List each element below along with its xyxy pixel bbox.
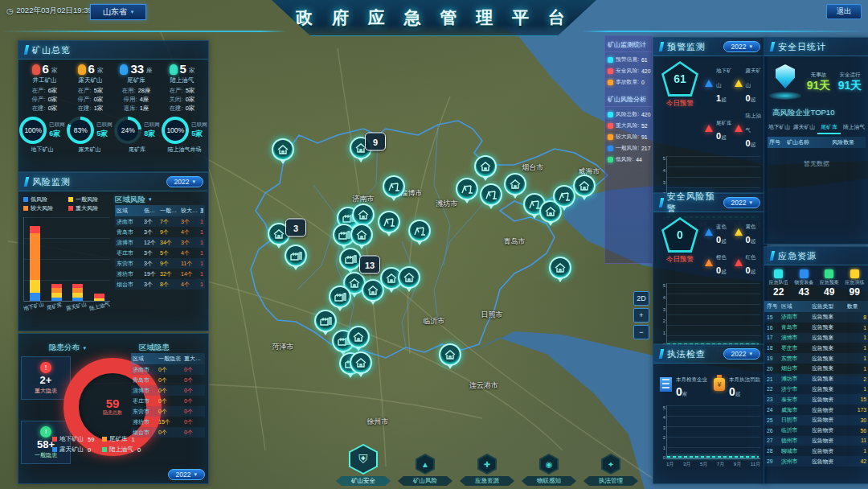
map-facility-marker[interactable] bbox=[314, 310, 337, 332]
chevron-down-icon[interactable]: ▾ bbox=[83, 345, 86, 351]
region-risk-table-block: 区域风险 ▾ 区域低风险一般风险较大风险重大风险 济南市3个7个3个1个青岛市3… bbox=[112, 194, 205, 310]
trend-line bbox=[667, 456, 759, 458]
table-row[interactable]: 20烟台市应急预案1 bbox=[764, 364, 868, 374]
table-row[interactable]: 19东营市应急预案1 bbox=[764, 353, 868, 364]
nav-item[interactable]: ⛨ 矿山安全 bbox=[336, 444, 391, 486]
table-row[interactable]: 18枣庄市应急预案1 bbox=[764, 343, 868, 353]
map-facility-marker[interactable] bbox=[408, 220, 431, 242]
table-row[interactable]: 21潍坊市应急预案2 bbox=[764, 374, 868, 384]
chevron-down-icon: ▾ bbox=[749, 43, 752, 50]
nav-item[interactable]: ◉ 物联感知 bbox=[522, 454, 576, 486]
stat-dot-icon bbox=[608, 112, 613, 117]
map-facility-marker[interactable] bbox=[350, 224, 373, 246]
map-facility-marker[interactable] bbox=[398, 266, 420, 289]
table-title: 区域风险 bbox=[115, 195, 145, 205]
tab[interactable]: 陆上油气 bbox=[842, 121, 866, 134]
zoom-in-button[interactable]: + bbox=[633, 308, 649, 323]
table-row[interactable]: 15济南市应急预案8 bbox=[764, 312, 868, 323]
table-row[interactable]: 烟台市0个0个 bbox=[131, 427, 205, 438]
table-row[interactable]: 青岛市0个0个 bbox=[131, 375, 205, 385]
table-row[interactable]: 16青岛市应急预案1 bbox=[764, 323, 868, 333]
tab[interactable]: 尾矿库 bbox=[817, 121, 841, 134]
exit-button[interactable]: 退出 bbox=[826, 4, 862, 19]
table-row[interactable]: 28聊城市应急物资1 bbox=[764, 446, 868, 456]
y-tick: 1 bbox=[659, 331, 665, 335]
y-tick: 5 bbox=[659, 283, 665, 288]
year-dropdown[interactable]: 2022▾ bbox=[166, 176, 203, 187]
table-row[interactable]: 17淄博市应急预案1 bbox=[764, 333, 868, 343]
table-row[interactable]: 27德州市应急物资11 bbox=[764, 436, 868, 446]
table-row[interactable]: 东营市3个9个11个1个 bbox=[115, 258, 205, 269]
section-title: 区域隐患 bbox=[139, 343, 170, 351]
strip-section-title: 矿山监测统计 bbox=[605, 36, 652, 52]
marker-cluster-badge[interactable]: 13 bbox=[359, 256, 380, 274]
table-row[interactable]: 22济宁市应急预案1 bbox=[764, 384, 868, 395]
marker-glyph-icon bbox=[348, 277, 361, 290]
table-row[interactable]: 潍坊市19个32个14个1个 bbox=[115, 269, 205, 279]
marker-cluster-badge[interactable]: 9 bbox=[365, 133, 386, 151]
zoom-out-button[interactable]: − bbox=[633, 325, 649, 339]
year-dropdown[interactable]: 2022▾ bbox=[723, 197, 760, 208]
legend-item: 低风险 bbox=[23, 195, 65, 203]
map-facility-marker[interactable] bbox=[504, 173, 526, 195]
table-row[interactable]: 枣庄市3个5个4个1个 bbox=[115, 248, 205, 258]
warning-stat: 尾矿库0起 bbox=[705, 106, 733, 150]
map-facility-marker[interactable] bbox=[339, 248, 362, 270]
map-facility-marker[interactable] bbox=[474, 155, 497, 178]
map-facility-marker[interactable] bbox=[456, 178, 478, 200]
table-row[interactable]: 青岛市3个9个4个1个 bbox=[115, 227, 205, 237]
table-row[interactable]: 淄博市0个0个 bbox=[131, 385, 205, 396]
table-row[interactable]: 枣庄市0个0个 bbox=[131, 396, 205, 406]
nav-item[interactable]: ✦ 执法管理 bbox=[583, 454, 638, 486]
map-facility-marker[interactable] bbox=[272, 138, 294, 161]
map-facility-marker[interactable] bbox=[549, 257, 571, 279]
map-facility-marker[interactable] bbox=[350, 351, 372, 374]
nav-hex-icon: ◉ bbox=[539, 454, 559, 475]
nav-item[interactable]: ✚ 应急资源 bbox=[460, 454, 514, 486]
table-row[interactable]: 24威海市应急物资173 bbox=[764, 405, 868, 415]
marker-glyph-icon bbox=[352, 331, 365, 343]
table-row[interactable]: 26临沂市应急物资56 bbox=[764, 425, 868, 436]
clock-icon: ◷ bbox=[6, 6, 13, 15]
map-facility-marker[interactable] bbox=[480, 183, 502, 206]
legend-item: 一般风险 bbox=[68, 195, 110, 203]
table-row[interactable]: 29滨州市应急物资42 bbox=[764, 456, 868, 466]
map-facility-marker[interactable] bbox=[439, 343, 461, 366]
map-city-label: 徐州市 bbox=[367, 417, 389, 427]
map-facility-marker[interactable] bbox=[285, 244, 307, 267]
nav-item[interactable]: ▲ 矿山风险 bbox=[398, 454, 452, 486]
table-row[interactable]: 烟台市3个8个4个1个 bbox=[115, 279, 205, 290]
tab[interactable]: 地下矿山 bbox=[768, 121, 791, 134]
column-header: 重大隐患 bbox=[184, 355, 203, 363]
year-dropdown[interactable]: 2022▾ bbox=[723, 348, 760, 360]
map-facility-marker[interactable] bbox=[553, 185, 575, 208]
region-selector[interactable]: 山东省 ▾ bbox=[90, 4, 146, 20]
timestamp: ◷ 2022年03月02日19:39:46 bbox=[6, 6, 103, 16]
map-mode-button[interactable]: 2D bbox=[633, 291, 649, 306]
year-dropdown[interactable]: 2022▾ bbox=[723, 41, 760, 52]
table-row[interactable]: 23泰安市应急物资15 bbox=[764, 394, 868, 405]
safety-days-panel: 安全日统计 无事故 91天 安全运行 91天 高风险企业TOP10 地下矿山露天… bbox=[764, 37, 868, 244]
hazard-stats-panel: 隐患分布 ▾ 区域隐患 ! 2+ 重大隐患 ! 58+ 一般隐患 59 隐患总数… bbox=[18, 333, 209, 484]
chart-grid bbox=[667, 283, 760, 346]
map-facility-marker[interactable] bbox=[329, 286, 351, 308]
table-row[interactable]: 25日照市应急物资30 bbox=[764, 415, 868, 425]
major-hazard-stat: ! 2+ 重大隐患 bbox=[21, 356, 71, 400]
y-tick: 2 bbox=[659, 435, 665, 440]
table-row[interactable]: 东营市0个0个 bbox=[131, 406, 205, 417]
map-facility-marker[interactable] bbox=[352, 203, 375, 226]
map-facility-marker[interactable] bbox=[383, 175, 405, 198]
nav-hex-icon: ⛨ bbox=[349, 444, 378, 475]
year-dropdown[interactable]: 2022▾ bbox=[168, 469, 205, 480]
map-facility-marker[interactable] bbox=[378, 211, 400, 233]
map-facility-marker[interactable] bbox=[573, 175, 596, 197]
tab[interactable]: 露天矿山 bbox=[792, 121, 816, 134]
y-tick: 3 bbox=[659, 180, 665, 185]
chevron-down-icon[interactable]: ▾ bbox=[149, 196, 152, 203]
marker-cluster-badge[interactable]: 3 bbox=[285, 219, 306, 237]
table-row[interactable]: 潍坊市15个0个 bbox=[131, 417, 205, 427]
table-row[interactable]: 济南市3个7个3个1个 bbox=[115, 216, 205, 227]
map-facility-marker[interactable] bbox=[347, 326, 370, 348]
table-row[interactable]: 淄博市12个34个3个1个 bbox=[115, 237, 205, 248]
table-row[interactable]: 济南市0个0个 bbox=[131, 364, 205, 375]
